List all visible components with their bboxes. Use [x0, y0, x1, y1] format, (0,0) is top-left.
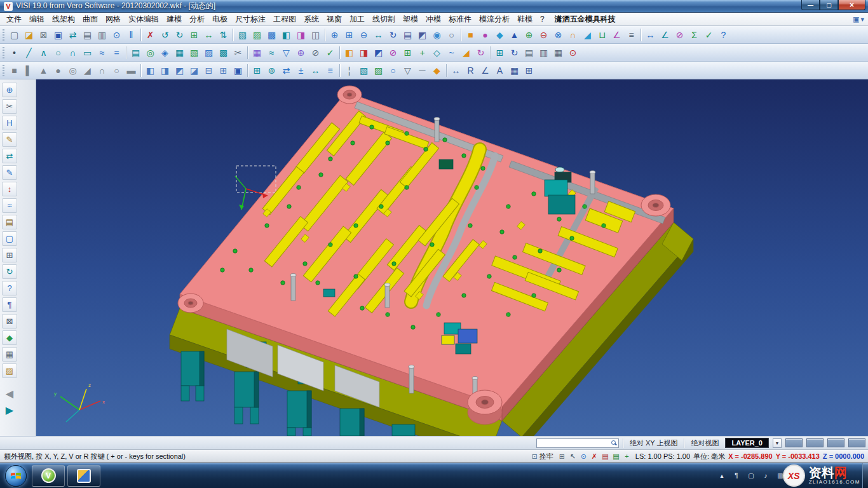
zoom-extents-icon[interactable]: ⊕ [327, 28, 342, 42]
circle-create-icon[interactable]: ○ [51, 46, 65, 60]
box-primitive-icon[interactable]: ■ [7, 64, 22, 78]
origin-point-icon[interactable]: ⊙ [566, 46, 580, 60]
toolbar-grip[interactable] [3, 65, 4, 76]
title-bar[interactable]: V VISI 19.0 from Vero Software - 2012030… [0, 0, 868, 13]
polyline-create-icon[interactable]: ∧ [36, 46, 51, 60]
shaded-mode-icon[interactable]: ◉ [430, 28, 444, 42]
trim-entities-icon[interactable]: ✂ [2, 99, 17, 114]
taskbar-image-viewer-app[interactable] [67, 465, 100, 487]
gate-design-icon[interactable]: ◆ [430, 64, 444, 78]
tray-action-center-icon[interactable]: ¶ [731, 471, 742, 481]
menu-item-4[interactable]: 曲面 [79, 14, 102, 25]
net-surface-icon[interactable]: ▦ [172, 46, 187, 60]
offset-body-icon[interactable]: ◨ [158, 64, 172, 78]
transform-entities-icon[interactable]: ⇄ [2, 149, 17, 163]
color-table-icon[interactable]: ◨ [294, 28, 308, 42]
tracking-mode-icon[interactable]: ⊙ [578, 451, 589, 461]
extrude-solid-icon[interactable]: ■ [463, 28, 478, 42]
lock-toggle[interactable]: ⊡ 拴牢 [532, 452, 553, 461]
patch-surface-icon[interactable]: ▧ [187, 46, 201, 60]
line-style-icon[interactable]: ◫ [308, 28, 323, 42]
viewport-layout-icon[interactable]: ‖ [124, 28, 139, 42]
menu-item-6[interactable]: 实体编辑 [125, 14, 163, 25]
open-file-icon[interactable]: ◪ [22, 28, 36, 42]
menu-item-10[interactable]: 尺寸标注 [231, 14, 269, 25]
mesh-section-icon[interactable]: ⊘ [308, 46, 323, 60]
toolbar-options-arrow-icon[interactable]: ▾ [860, 15, 864, 24]
menu-item-1[interactable]: 文件 [3, 14, 25, 25]
workpiece-setup-icon[interactable]: ⊞ [216, 64, 231, 78]
modify-wireframe-icon[interactable]: ✎ [2, 165, 17, 180]
plane-zx-icon[interactable]: ▦ [551, 46, 566, 60]
wedge-primitive-icon[interactable]: ◢ [80, 64, 95, 78]
trim-surface-icon[interactable]: ✂ [231, 46, 245, 60]
group-entities-icon[interactable]: ▩ [264, 28, 279, 42]
new-file-icon[interactable]: ▢ [7, 28, 22, 42]
move-entities-icon[interactable]: ↔ [201, 28, 216, 42]
boolean-subtract-icon[interactable]: ⊖ [536, 28, 551, 42]
mirror-body-icon[interactable]: ⇄ [279, 64, 294, 78]
minimize-button[interactable]: — [801, 0, 820, 10]
profile-edit-icon[interactable]: ▤ [600, 451, 611, 461]
add-entity-icon[interactable]: + [621, 451, 632, 461]
print-icon[interactable]: ▤ [80, 28, 95, 42]
zoom-window-icon[interactable]: ⊞ [342, 28, 356, 42]
menu-item-14[interactable]: 加工 [346, 14, 369, 25]
stamp-pattern-icon[interactable]: ▦ [2, 347, 17, 362]
mesh-stitch-icon[interactable]: ⊕ [294, 46, 308, 60]
menu-item-12[interactable]: 系统 [300, 14, 323, 25]
mirror-entities-icon[interactable]: ⇅ [216, 28, 231, 42]
mesh-repair-icon[interactable]: ✓ [323, 46, 337, 60]
cursor-mode-icon[interactable]: ↖ [567, 451, 578, 461]
menu-item-16[interactable]: 塑模 [399, 14, 422, 25]
cooling-channel-icon[interactable]: ○ [386, 64, 400, 78]
measure-distance-icon[interactable]: ↔ [643, 28, 658, 42]
delete-entities-icon[interactable]: ✗ [143, 28, 158, 42]
toolbar-grip[interactable] [3, 47, 4, 58]
plot-preview-icon[interactable]: ▥ [95, 28, 109, 42]
face-modify-icon[interactable]: ◧ [342, 46, 356, 60]
plane-xy-icon[interactable]: ▤ [522, 46, 536, 60]
menu-item-5[interactable]: 网格 [102, 14, 125, 25]
lock-reference-icon[interactable]: ⊠ [2, 314, 17, 329]
search-input[interactable] [539, 440, 610, 447]
feature-tree-icon[interactable]: ≡ [624, 28, 639, 42]
view-panel-button-2[interactable] [806, 438, 824, 447]
heal-solid-icon[interactable]: + [415, 46, 430, 60]
undo-icon[interactable]: ↺ [158, 28, 172, 42]
next-view-icon[interactable]: ▶ [2, 403, 17, 417]
attributes-icon[interactable]: ◧ [279, 28, 294, 42]
simplify-body-icon[interactable]: ◇ [430, 46, 444, 60]
mdi-window-icon[interactable]: ▣ [853, 15, 859, 24]
slide-unit-icon[interactable]: ▧ [356, 64, 371, 78]
close-file-icon[interactable]: ⊠ [36, 28, 51, 42]
torus-primitive-icon[interactable]: ◎ [65, 64, 80, 78]
shell-solid-icon[interactable]: ⊔ [595, 28, 609, 42]
mesh-create-icon[interactable]: ▦ [250, 46, 264, 60]
close-button[interactable]: × [838, 0, 865, 10]
tray-show-hidden-icon[interactable]: ▴ [717, 471, 727, 481]
cone-primitive-icon[interactable]: ▲ [36, 64, 51, 78]
plane-yz-icon[interactable]: ▥ [536, 46, 551, 60]
view-absolute-button[interactable]: 绝对视图 [688, 438, 721, 448]
face-move-icon[interactable]: ◩ [371, 46, 386, 60]
maximize-button[interactable]: ▢ [820, 0, 838, 10]
pan-view-icon[interactable]: ↔ [371, 28, 386, 42]
view-iso-icon[interactable]: ◩ [415, 28, 430, 42]
zoom-previous-icon[interactable]: ⊖ [356, 28, 371, 42]
menu-item-21[interactable]: ? [536, 15, 548, 24]
new-sheet-icon[interactable]: ▢ [2, 231, 17, 246]
menu-item-11[interactable]: 工程图 [269, 14, 300, 25]
line-create-icon[interactable]: ╱ [22, 46, 36, 60]
taskbar-visi-app[interactable]: V [32, 465, 65, 487]
blend-surface-icon[interactable]: ▩ [216, 46, 231, 60]
draft-faces-icon[interactable]: ∠ [609, 28, 624, 42]
align-bodies-icon[interactable]: ≡ [323, 64, 337, 78]
verify-geometry-icon[interactable]: ✓ [702, 28, 716, 42]
import-export-icon[interactable]: ⇄ [65, 28, 80, 42]
mass-properties-icon[interactable]: Σ [687, 28, 702, 42]
rotate-copy-icon[interactable]: ↻ [2, 264, 17, 279]
layer-dropdown-icon[interactable]: ▼ [773, 438, 782, 448]
spline-create-icon[interactable]: ≈ [95, 46, 109, 60]
measure-angle-icon[interactable]: ∠ [658, 28, 672, 42]
